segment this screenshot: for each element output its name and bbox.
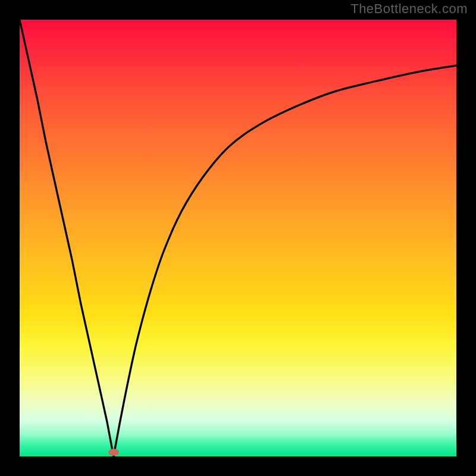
minimum-marker xyxy=(108,449,119,456)
chart-curve-layer xyxy=(20,20,456,456)
watermark-text: TheBottleneck.com xyxy=(350,1,468,17)
curve-left-branch xyxy=(20,20,114,456)
chart-frame: TheBottleneck.com xyxy=(0,0,476,476)
curve-right-branch xyxy=(114,65,456,456)
